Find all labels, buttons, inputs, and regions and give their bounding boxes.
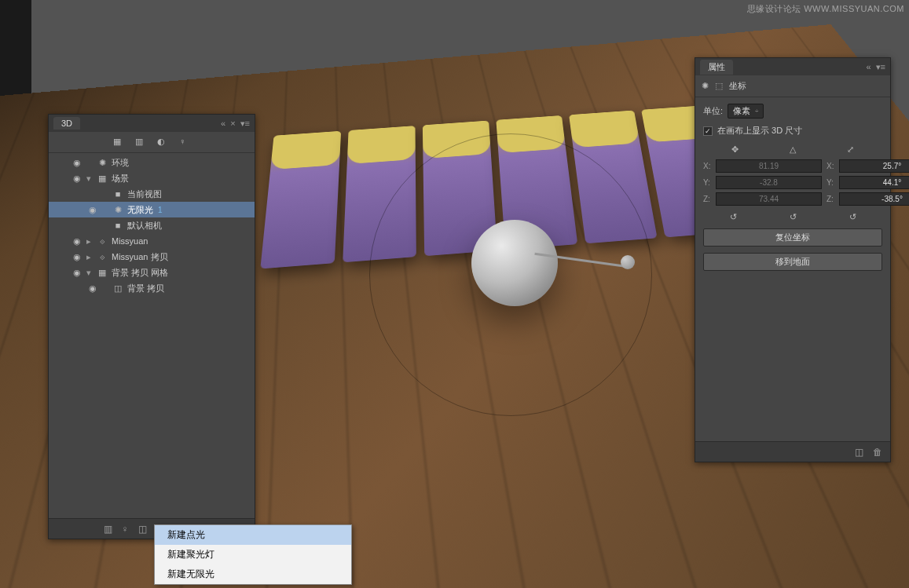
menu-item[interactable]: 新建无限光	[155, 564, 351, 584]
visibility-toggle-icon[interactable]: ◉	[68, 268, 86, 278]
visibility-toggle-icon[interactable]: ◉	[68, 252, 86, 262]
tree-row[interactable]: ◉▸⟐Missyuan 拷贝	[49, 249, 255, 265]
item-type-icon: ▦	[96, 268, 108, 278]
trash-icon[interactable]: 🗑	[873, 447, 882, 458]
item-type-icon: ✺	[112, 205, 124, 215]
tree-row[interactable]: ■默认相机	[49, 217, 255, 233]
pos-z[interactable]	[716, 192, 822, 206]
new-light-menu[interactable]: 新建点光新建聚光灯新建无限光	[154, 524, 352, 585]
twist-icon[interactable]: ▾	[86, 268, 96, 278]
tree-item-label: 环境	[112, 157, 129, 169]
tree-item-label: Missyuan	[112, 236, 148, 246]
rotate-mode-icon[interactable]: △	[790, 144, 796, 155]
rot-x[interactable]	[839, 159, 909, 173]
panel-close-icon[interactable]: ×	[230, 119, 235, 129]
menu-item[interactable]: 新建聚光灯	[155, 545, 351, 564]
item-type-icon: ✺	[96, 158, 108, 168]
item-type-icon: ⟐	[96, 252, 108, 261]
panel-menu-icon[interactable]: ▾≡	[240, 119, 250, 129]
watermark: 思缘设计论坛 WWW.MISSYUAN.COM	[747, 3, 904, 15]
tree-item-label: 默认相机	[127, 220, 162, 232]
tree-row[interactable]: ◉✺环境	[49, 155, 255, 170]
tab-3d[interactable]: 3D	[53, 117, 80, 130]
item-type-icon: ▦	[96, 173, 108, 184]
item-type-icon: ⟐	[96, 236, 108, 246]
filter-light-icon[interactable]: ♀	[179, 137, 190, 148]
tree-item-suffix: 1	[158, 206, 163, 214]
visibility-toggle-icon[interactable]: ◉	[83, 283, 102, 294]
tree-item-label: 背景 拷贝	[127, 283, 164, 294]
reset-icons-row: ↺ ↺ ↺	[703, 212, 882, 222]
tree-row[interactable]: ◉▾▦背景 拷贝 网格	[49, 265, 255, 280]
panel-props-tabs: 属性 « ▾≡	[695, 58, 890, 75]
pos-y[interactable]	[716, 176, 822, 189]
scene-tree[interactable]: ◉✺环境◉▾▦场景■当前视图◉✺无限光1■默认相机◉▸⟐Missyuan◉▸⟐M…	[49, 153, 255, 509]
unit-dropdown[interactable]: 像素	[728, 104, 764, 119]
panel-3d-filters: ▦ ▥ ◐ ♀	[49, 132, 255, 153]
reset-rot-icon[interactable]: ↺	[790, 212, 797, 222]
panel-collapse-icon[interactable]: «	[866, 62, 871, 72]
tree-row[interactable]: ◉▸⟐Missyuan	[49, 233, 255, 249]
render-settings-icon[interactable]: ◫	[855, 447, 863, 458]
reset-scale-icon[interactable]: ↺	[849, 212, 856, 222]
item-type-icon: ■	[112, 221, 124, 230]
visibility-toggle-icon[interactable]: ◉	[68, 158, 86, 168]
tree-item-label: 背景 拷贝 网格	[112, 267, 168, 279]
tree-item-label: Missyuan 拷贝	[112, 251, 168, 263]
twist-icon[interactable]: ▸	[86, 236, 96, 247]
tree-item-label: 无限光	[127, 204, 153, 216]
reset-pos-icon[interactable]: ↺	[730, 212, 737, 222]
show-3d-size-row[interactable]: ✓ 在画布上显示 3D 尺寸	[703, 125, 882, 137]
panel-3d[interactable]: 3D « × ▾≡ ▦ ▥ ◐ ♀ ◉✺环境◉▾▦场景■当前视图◉✺无限光1■默…	[48, 114, 255, 539]
tree-row[interactable]: ◉▾▦场景	[49, 170, 255, 186]
menu-item[interactable]: 新建点光	[155, 525, 351, 545]
pos-x[interactable]	[716, 159, 822, 173]
twist-icon[interactable]: ▸	[86, 252, 96, 262]
panel-3d-tabs: 3D « × ▾≡	[49, 115, 255, 132]
rot-y[interactable]	[839, 176, 909, 189]
show-3d-size-label: 在画布上显示 3D 尺寸	[717, 125, 802, 137]
twist-icon[interactable]: ▾	[86, 173, 96, 184]
panel-props-footer: ◫ 🗑	[695, 441, 890, 462]
panel-collapse-icon[interactable]: «	[221, 119, 225, 129]
props-mode-row: ✺ ⬚ 坐标	[695, 75, 890, 97]
new-camera-icon[interactable]: ◫	[138, 524, 147, 535]
move-to-ground-button[interactable]: 移到地面	[703, 253, 882, 271]
item-type-icon: ■	[112, 189, 124, 199]
render-icon[interactable]: ▥	[104, 524, 112, 535]
visibility-toggle-icon[interactable]: ◉	[68, 236, 86, 247]
visibility-toggle-icon[interactable]: ◉	[68, 173, 86, 184]
item-type-icon: ◫	[112, 283, 124, 294]
scale-mode-icon[interactable]: ⤢	[847, 144, 854, 155]
visibility-toggle-icon[interactable]: ◉	[83, 205, 102, 215]
props-subtitle: 坐标	[729, 80, 746, 92]
light-gizmo-handle-end[interactable]	[621, 255, 635, 269]
props-coords-icon[interactable]: ⬚	[715, 81, 723, 91]
move-mode-icon[interactable]: ✥	[731, 144, 739, 155]
coord-mode-icons: ✥ △ ⤢	[703, 144, 882, 155]
tree-row[interactable]: ◉✺无限光1	[49, 202, 255, 217]
reset-coords-button[interactable]: 复位坐标	[703, 228, 882, 247]
unit-label: 单位:	[703, 105, 723, 117]
coord-grid: X: X: X: Y: Y: Y: Z: Z: Z:	[703, 159, 882, 206]
tree-item-label: 当前视图	[127, 188, 162, 200]
tree-row[interactable]: ◉◫背景 拷贝	[49, 280, 255, 296]
new-light-icon[interactable]: ♀	[122, 524, 129, 535]
tab-properties[interactable]: 属性	[700, 60, 733, 75]
props-light-icon[interactable]: ✺	[702, 81, 709, 91]
tree-row[interactable]: ■当前视图	[49, 186, 255, 202]
panel-properties[interactable]: 属性 « ▾≡ ✺ ⬚ 坐标 单位: 像素 ✓ 在画布上显示 3D 尺寸 ✥ △…	[695, 57, 891, 462]
tree-item-label: 场景	[112, 173, 129, 184]
filter-scene-icon[interactable]: ▦	[113, 137, 124, 148]
light-gizmo-sphere[interactable]	[471, 220, 558, 306]
show-3d-size-checkbox[interactable]: ✓	[703, 126, 713, 136]
unit-row: 单位: 像素	[703, 104, 882, 119]
filter-material-icon[interactable]: ◐	[157, 137, 168, 148]
rot-z[interactable]	[839, 192, 909, 206]
panel-menu-icon[interactable]: ▾≡	[876, 62, 885, 72]
filter-mesh-icon[interactable]: ▥	[135, 137, 146, 148]
